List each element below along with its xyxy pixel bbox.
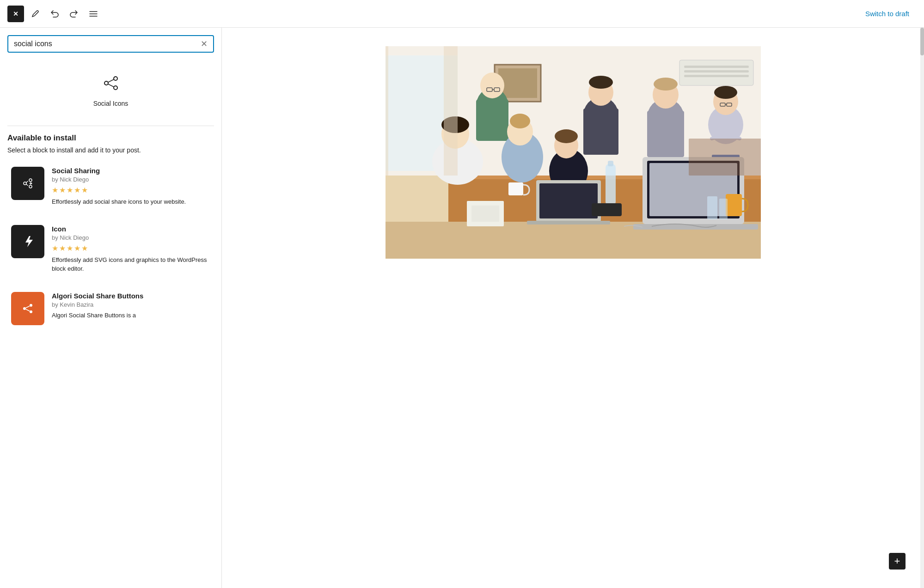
svg-rect-12 — [19, 300, 37, 317]
svg-rect-25 — [684, 66, 749, 68]
svg-point-53 — [654, 78, 678, 91]
svg-rect-27 — [684, 75, 749, 77]
add-block-button[interactable]: + — [889, 553, 906, 570]
block-search-box: ✕ — [7, 35, 214, 53]
icon-plugin-stars: ★ ★ ★ ★ ★ — [52, 244, 210, 253]
plugin-item-icon[interactable]: Icon by Nick Diego ★ ★ ★ ★ ★ Effortlessl… — [7, 221, 214, 277]
algori-plugin-name: Algori Social Share Buttons — [52, 292, 210, 300]
svg-point-32 — [480, 73, 504, 98]
svg-rect-65 — [633, 224, 758, 230]
svg-rect-68 — [527, 221, 610, 224]
search-clear-button[interactable]: ✕ — [201, 40, 208, 48]
svg-point-42 — [510, 114, 530, 128]
svg-rect-69 — [606, 164, 616, 206]
svg-point-5 — [114, 86, 117, 90]
algori-plugin-author: by Kevin Bazira — [52, 301, 210, 308]
icon-plugin-info: Icon by Nick Diego ★ ★ ★ ★ ★ Effortlessl… — [52, 225, 210, 273]
social-icons-block-result[interactable]: Social Icons — [7, 64, 214, 118]
svg-point-15 — [30, 310, 32, 313]
block-inserter-panel: ✕ Social Icons Available to install Sele… — [0, 28, 222, 588]
social-sharing-author: by Nick Diego — [52, 176, 210, 183]
social-sharing-stars: ★ ★ ★ ★ ★ — [52, 186, 210, 194]
svg-rect-78 — [386, 46, 388, 176]
svg-point-50 — [555, 129, 578, 143]
social-sharing-info: Social Sharing by Nick Diego ★ ★ ★ ★ ★ E… — [52, 167, 210, 206]
svg-rect-47 — [583, 109, 618, 155]
social-sharing-icon — [11, 167, 44, 200]
svg-rect-74 — [471, 206, 499, 222]
available-section-title: Available to install — [7, 133, 214, 143]
available-section-subtitle: Select a block to install and add it to … — [7, 146, 214, 154]
social-icons-block-icon — [103, 75, 119, 95]
svg-rect-75 — [726, 194, 742, 216]
svg-line-6 — [108, 79, 114, 82]
available-to-install-section: Available to install Select a block to i… — [7, 133, 214, 329]
icon-plugin-desc: Effortlessly add SVG icons and graphics … — [52, 255, 210, 273]
svg-rect-76 — [707, 196, 717, 219]
edit-icon — [31, 9, 40, 18]
icon-plugin-icon — [11, 225, 44, 258]
redo-button[interactable] — [66, 6, 82, 22]
plugin-item-social-sharing[interactable]: Social Sharing by Nick Diego ★ ★ ★ ★ ★ E… — [7, 163, 214, 210]
svg-rect-71 — [508, 182, 523, 195]
post-featured-image[interactable] — [386, 46, 761, 259]
toolbar-left-controls: ✕ — [7, 6, 102, 22]
plugin-item-algori[interactable]: Algori Social Share Buttons by Kevin Baz… — [7, 288, 214, 329]
svg-point-57 — [714, 86, 737, 99]
close-button[interactable]: ✕ — [7, 6, 24, 22]
svg-point-46 — [589, 76, 613, 89]
algori-plugin-desc: Algori Social Share Buttons is a — [52, 311, 210, 320]
svg-rect-26 — [684, 70, 749, 73]
svg-rect-72 — [592, 203, 622, 216]
algori-plugin-info: Algori Social Share Buttons by Kevin Baz… — [52, 292, 210, 320]
section-divider — [7, 126, 214, 126]
svg-rect-70 — [608, 161, 613, 166]
icon-plugin-name: Icon — [52, 225, 210, 233]
redo-icon — [69, 9, 79, 18]
algori-plugin-icon — [11, 292, 44, 325]
team-meeting-image-svg — [386, 46, 761, 259]
editor-panel: + — [222, 28, 924, 588]
menu-icon — [89, 9, 98, 18]
svg-point-14 — [23, 307, 26, 310]
editor-scrollbar[interactable] — [920, 28, 924, 588]
svg-rect-23 — [498, 68, 537, 98]
icon-plugin-author: by Nick Diego — [52, 234, 210, 241]
switch-to-draft-button[interactable]: Switch to draft — [858, 6, 917, 21]
svg-line-7 — [108, 84, 114, 87]
svg-rect-24 — [679, 60, 753, 85]
editor-scrollbar-thumb[interactable] — [920, 28, 924, 55]
svg-rect-67 — [539, 183, 598, 218]
svg-point-13 — [30, 304, 32, 307]
social-icons-block-label: Social Icons — [93, 100, 128, 107]
svg-rect-79 — [444, 46, 458, 176]
svg-rect-54 — [647, 111, 684, 157]
svg-rect-33 — [476, 99, 508, 141]
svg-rect-80 — [689, 139, 761, 176]
toolbar: ✕ Switch to draft — [0, 0, 924, 28]
menu-button[interactable] — [85, 6, 102, 22]
social-sharing-desc: Effortlessly add social share icons to y… — [52, 197, 210, 206]
svg-rect-8 — [19, 175, 37, 192]
svg-point-3 — [114, 77, 117, 80]
svg-rect-77 — [719, 199, 728, 219]
undo-button[interactable] — [46, 6, 63, 22]
svg-point-4 — [104, 81, 108, 85]
editor-content — [374, 28, 772, 277]
search-input[interactable] — [14, 40, 201, 48]
edit-button[interactable] — [27, 6, 43, 22]
main-layout: ✕ Social Icons Available to install Sele… — [0, 28, 924, 588]
social-sharing-name: Social Sharing — [52, 167, 210, 175]
undo-icon — [50, 9, 59, 18]
